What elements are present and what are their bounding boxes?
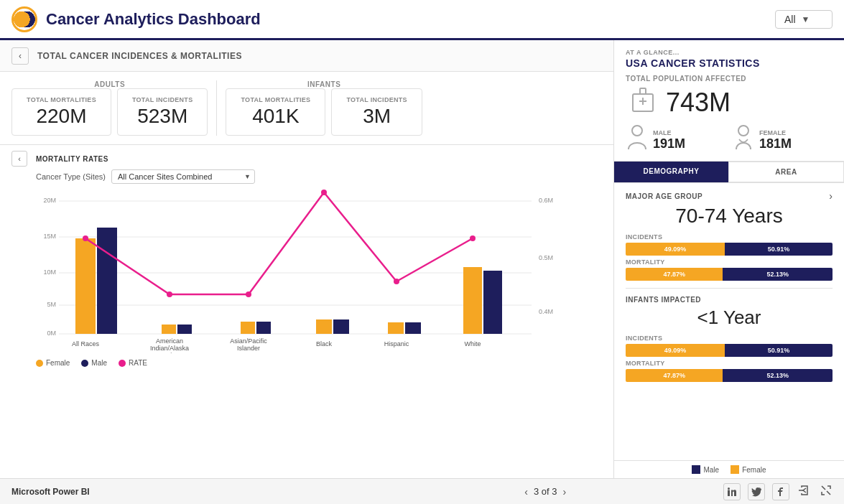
chart-legend: Female Male RATE (36, 359, 602, 367)
back-arrow-button[interactable]: ‹ (11, 47, 29, 65)
app-logo (11, 6, 37, 32)
bar-asian-female (241, 322, 255, 334)
rate-line (85, 192, 473, 294)
rate-dot-black (321, 190, 327, 195)
male-card: MALE 191M (626, 125, 726, 155)
chart-filter-label: Cancer Type (Sites) (36, 172, 106, 181)
adult-incidents-card: TOTAL INCIDENTS 523M (117, 88, 208, 136)
bar-white-male (483, 271, 502, 334)
bar-american-female (162, 325, 176, 334)
svg-text:5M: 5M (47, 301, 56, 308)
right-legend-male: Male (692, 465, 719, 474)
infant-mortalities-card: TOTAL MORTALITIES 401K (226, 88, 325, 136)
male-value: 191M (653, 136, 685, 151)
legend-male-dot (81, 360, 88, 367)
major-age-group-title: MAJOR AGE GROUP (626, 192, 702, 200)
expand-icon[interactable] (820, 484, 833, 500)
right-content: MAJOR AGE GROUP › 70-74 Years INCIDENTS … (614, 183, 844, 460)
rate-dot-white (470, 235, 476, 241)
major-age-value: 70-74 Years (626, 205, 833, 228)
rate-dot-allraces (83, 235, 88, 241)
twitter-icon[interactable] (748, 483, 765, 500)
app-title: Cancer Analytics Dashboard (46, 10, 766, 29)
tabs-row: DEMOGRAPHY AREA (614, 162, 844, 183)
incidents-bar-row: 49.09% 50.91% (626, 243, 833, 256)
facebook-icon[interactable] (772, 483, 789, 500)
linkedin-icon[interactable] (723, 483, 741, 500)
chart-area: ‹ MORTALITY RATES Cancer Type (Sites) Al… (0, 145, 613, 478)
gender-row: MALE 191M FEMALE (626, 125, 833, 155)
prev-page-button[interactable]: ‹ (524, 486, 528, 498)
chart-header: ‹ MORTALITY RATES (11, 151, 602, 167)
svg-rect-28 (728, 490, 730, 496)
svg-rect-23 (640, 88, 646, 94)
adults-group: ADULTS TOTAL MORTALITIES 220M TOTAL INCI… (11, 80, 208, 136)
next-page-button[interactable]: › (563, 486, 567, 498)
chart-filter-row: Cancer Type (Sites) All Cancer Sites Com… (36, 169, 602, 184)
mortality-bar-section: MORTALITY 47.87% 52.13% (626, 258, 833, 281)
svg-text:Asian/Pacific: Asian/Pacific (230, 337, 267, 345)
female-value: 181M (759, 136, 792, 151)
total-pop-label: TOTAL POPULATION AFFECTED (626, 75, 833, 83)
svg-text:White: White (464, 340, 481, 347)
adult-mortalities-value: 220M (36, 105, 86, 128)
at-glance-label: AT A GLANCE... (626, 49, 833, 56)
infant-incidents-label: TOTAL INCIDENTS (346, 96, 407, 103)
chart-back-button[interactable]: ‹ (11, 151, 27, 167)
adult-incidents-label: TOTAL INCIDENTS (132, 96, 193, 103)
legend-female-label: Female (46, 359, 70, 367)
infants-mortality-bar-orange: 47.87% (626, 369, 723, 382)
svg-text:0.4M: 0.4M (539, 308, 553, 315)
infants-cards: TOTAL MORTALITIES 401K TOTAL INCIDENTS 3… (226, 88, 422, 136)
footer-icons (723, 483, 833, 500)
mortality-label: MORTALITY (626, 258, 833, 266)
bar-allraces-male (97, 228, 117, 334)
chevron-down-icon: ▼ (802, 14, 810, 24)
right-legend-female-box (731, 465, 739, 474)
stats-divider (216, 80, 217, 136)
bar-black-female (316, 319, 332, 334)
chart-title: MORTALITY RATES (36, 155, 108, 163)
adult-mortalities-label: TOTAL MORTALITIES (27, 96, 96, 103)
svg-text:Indian/Alaska: Indian/Alaska (150, 345, 189, 352)
male-person-icon (626, 125, 649, 155)
app-container: Cancer Analytics Dashboard All ▼ ‹ TOTAL… (0, 0, 844, 504)
bar-white-female (463, 267, 482, 334)
infants-mortality-bar-navy: 52.13% (723, 369, 833, 382)
right-legend-female: Female (731, 465, 766, 474)
pagination: ‹ 3 of 3 › (368, 486, 724, 498)
incidents-label: INCIDENTS (626, 233, 833, 241)
left-panel: ‹ TOTAL CANCER INCIDENCES & MORTALITIES … (0, 40, 614, 478)
infants-label: INFANTS (226, 80, 422, 88)
incidents-bar-navy: 50.91% (725, 243, 833, 256)
mortality-bar-orange: 47.87% (626, 268, 723, 281)
footer-brand: Microsoft Power BI (11, 487, 368, 497)
filter-dropdown[interactable]: All ▼ (775, 10, 833, 29)
infants-mortality-label: MORTALITY (626, 360, 833, 367)
female-person-icon (732, 125, 755, 155)
tab-demography[interactable]: DEMOGRAPHY (614, 162, 728, 182)
share-icon[interactable] (797, 484, 810, 499)
female-info: FEMALE 181M (759, 129, 792, 151)
svg-text:Native: Native (160, 352, 179, 353)
adults-label: ADULTS (11, 80, 208, 88)
svg-point-27 (738, 126, 748, 136)
legend-male-label: Male (91, 359, 107, 367)
svg-point-29 (728, 487, 730, 490)
sub-header: ‹ TOTAL CANCER INCIDENCES & MORTALITIES (0, 40, 613, 72)
svg-text:15M: 15M (43, 233, 56, 240)
bar-hispanic-female (388, 322, 404, 334)
chart-svg-container: 20M 15M 10M 5M 0M 0.6M 0.5M 0.4M (36, 188, 602, 356)
major-age-group-arrow[interactable]: › (829, 190, 833, 202)
infants-incidents-bar-section: INCIDENTS 49.09% 50.91% (626, 335, 833, 357)
rate-dot-hispanic (394, 279, 399, 284)
infants-section: INFANTS IMPACTED <1 Year INCIDENTS 49.09… (626, 296, 833, 382)
infants-incidents-bar-orange: 49.09% (626, 344, 725, 357)
mortality-bar-navy: 52.13% (723, 268, 833, 281)
chart-filter-select[interactable]: All Cancer Sites Combined (111, 169, 255, 184)
incidents-bar-section: INCIDENTS 49.09% 50.91% (626, 233, 833, 256)
infants-age-value: <1 Year (626, 307, 833, 329)
svg-text:American: American (156, 337, 183, 345)
tab-area[interactable]: AREA (728, 162, 844, 182)
right-legend-female-label: Female (742, 466, 766, 474)
